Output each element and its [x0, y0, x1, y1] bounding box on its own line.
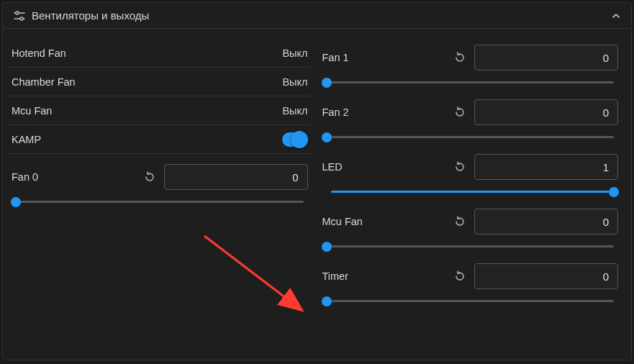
chamber-fan-status: Выкл [282, 76, 307, 88]
hotend-fan-status: Выкл [282, 47, 307, 59]
right-column: Fan 1 Fan 2 [320, 39, 622, 312]
fan0-input[interactable] [164, 164, 308, 190]
outputs-icon [13, 11, 26, 21]
mcu-fan-label-left: Mcu Fan [12, 105, 282, 117]
fan2-block: Fan 2 [320, 94, 622, 148]
fan1-slider[interactable] [327, 78, 615, 88]
panel-header[interactable]: Вентиляторы и выходы [3, 3, 631, 29]
fan0-label: Fan 0 [12, 171, 144, 183]
kamp-row: KAMP [9, 125, 311, 154]
timer-slider[interactable] [327, 296, 615, 306]
kamp-toggle-knob [291, 131, 308, 148]
timer-block: Timer [320, 258, 622, 312]
fan1-input[interactable] [474, 45, 618, 70]
led-label: LED [322, 161, 455, 173]
mcu-fan-row-left: Mcu Fan Выкл [9, 96, 311, 125]
svg-point-1 [16, 12, 19, 14]
chevron-up-icon[interactable] [611, 11, 621, 21]
fan2-slider-thumb[interactable] [322, 132, 332, 142]
mcu-fan-block: Mcu Fan [320, 203, 622, 258]
timer-input[interactable] [474, 263, 618, 289]
led-input[interactable] [474, 154, 618, 180]
hotend-fan-row: Hotend Fan Выкл [9, 39, 311, 68]
fan1-label: Fan 1 [322, 52, 455, 63]
timer-slider-thumb[interactable] [322, 296, 332, 306]
fan1-slider-thumb[interactable] [322, 78, 332, 88]
mcu-fan-slider[interactable] [327, 242, 615, 252]
timer-label: Timer [322, 270, 455, 282]
reset-icon[interactable] [454, 270, 466, 282]
fan2-slider[interactable] [327, 132, 615, 142]
hotend-fan-label: Hotend Fan [12, 47, 282, 59]
fan0-slider-thumb[interactable] [11, 197, 21, 207]
panel-title: Вентиляторы и выходы [32, 9, 611, 22]
mcu-fan-slider-thumb[interactable] [322, 242, 332, 252]
reset-icon[interactable] [454, 106, 466, 118]
led-slider-thumb[interactable] [609, 187, 619, 197]
reset-icon[interactable] [454, 52, 466, 63]
led-block: LED [320, 148, 622, 203]
kamp-toggle[interactable] [282, 132, 308, 147]
fan0-slider[interactable] [16, 197, 304, 207]
mcu-fan-status-left: Выкл [282, 105, 307, 117]
mcu-fan-label-right: Mcu Fan [322, 216, 455, 227]
panel-body: Hotend Fan Выкл Chamber Fan Выкл Mcu Fan… [3, 29, 631, 322]
kamp-label: KAMP [12, 134, 282, 145]
chamber-fan-row: Chamber Fan Выкл [9, 68, 311, 96]
fan2-input[interactable] [474, 99, 618, 125]
reset-icon[interactable] [144, 171, 155, 183]
fan1-block: Fan 1 [320, 39, 622, 94]
chamber-fan-label: Chamber Fan [12, 76, 282, 88]
reset-icon[interactable] [454, 161, 466, 173]
led-slider[interactable] [331, 187, 615, 197]
fans-outputs-panel: Вентиляторы и выходы Hotend Fan Выкл Cha… [2, 2, 632, 360]
left-column: Hotend Fan Выкл Chamber Fan Выкл Mcu Fan… [9, 39, 311, 312]
fan0-block: Fan 0 [9, 158, 311, 213]
mcu-fan-input[interactable] [474, 209, 618, 235]
reset-icon[interactable] [454, 216, 466, 227]
fan2-label: Fan 2 [322, 106, 455, 118]
svg-point-3 [20, 17, 23, 20]
